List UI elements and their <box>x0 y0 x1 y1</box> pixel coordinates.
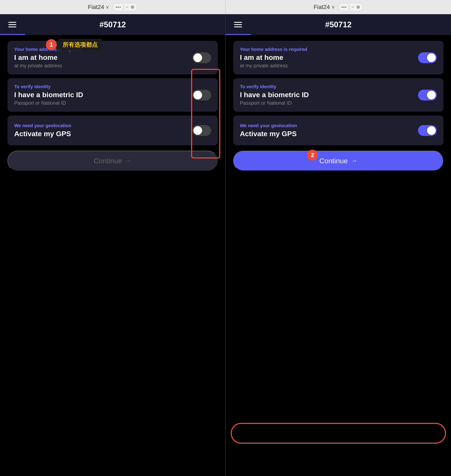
left-card-gps: We need your geolocation Activate my GPS <box>7 116 218 145</box>
left-card1-sub: at my private address <box>14 63 81 68</box>
left-card2-sub: Passport or National ID <box>14 100 83 106</box>
annotation-badge-1: 1 <box>46 39 57 50</box>
toggle-knob <box>427 126 436 135</box>
browser-right-title: Fiat24 ∨ <box>313 4 335 10</box>
right-toggle-gps-switch[interactable] <box>418 125 437 136</box>
browser-left-dots-icon: ••• <box>116 5 121 10</box>
left-continue-button[interactable]: Continue → <box>7 151 218 171</box>
browser-left-half: Fiat24 ∨ ••• − ⊗ <box>0 3 225 11</box>
browser-left-chevron-icon[interactable]: ∨ <box>106 4 109 10</box>
left-toggle-gps-switch[interactable] <box>192 125 211 136</box>
left-toggle-home-address-switch[interactable] <box>192 52 211 63</box>
right-card3-label: We need your geolocation <box>240 123 297 129</box>
red-highlight-continue <box>231 423 446 444</box>
right-card1-sub: at my private address <box>240 63 307 68</box>
browser-right-controls: ••• − ⊗ <box>338 3 363 11</box>
browser-right-dots-icon: ••• <box>341 5 347 10</box>
left-toggle-home-address[interactable] <box>192 52 211 63</box>
left-card2-label: To verify identity <box>14 84 83 89</box>
left-card-biometric: To verify identity I have a biometric ID… <box>7 78 218 112</box>
right-card2-label: To verify identity <box>240 84 309 89</box>
browser-right-minimize-button[interactable]: − <box>351 4 354 10</box>
toggle-knob <box>193 126 202 135</box>
left-page-title: #50712 <box>100 20 126 29</box>
toggle-knob <box>427 53 436 62</box>
right-phone-panel: #50712 2 Your home address is required I… <box>226 14 451 476</box>
left-continue-label: Continue <box>94 157 122 165</box>
right-continue-button[interactable]: Continue → <box>233 151 444 171</box>
right-card-home-address: Your home address is required I am at ho… <box>233 41 444 74</box>
main-content: #50712 1 所有选项都点 Your home address is req… <box>0 14 451 476</box>
right-arrow-icon: → <box>351 157 357 164</box>
right-card-gps: We need your geolocation Activate my GPS <box>233 116 444 145</box>
left-card2-main: I have a biometric ID <box>14 91 83 99</box>
right-toggle-gps[interactable] <box>418 125 437 136</box>
right-toggle-home-address-switch[interactable] <box>418 52 437 63</box>
right-hamburger-menu-button[interactable] <box>234 22 242 27</box>
left-card3-label: We need your geolocation <box>14 123 71 129</box>
toggle-knob <box>427 91 436 99</box>
separator <box>349 5 349 10</box>
browser-left-controls: ••• − ⊗ <box>113 3 137 11</box>
left-phone-panel: #50712 1 所有选项都点 Your home address is req… <box>0 14 225 476</box>
annotation-badge-2: 2 <box>307 150 318 161</box>
left-toggle-gps[interactable] <box>192 125 211 136</box>
browser-left-close-button[interactable]: ⊗ <box>131 4 134 10</box>
left-card-home-address: Your home address is required I am at ho… <box>7 41 218 74</box>
left-hamburger-menu-button[interactable] <box>8 22 16 27</box>
browser-left-title: Fiat24 ∨ <box>88 4 109 10</box>
browser-right-half: Fiat24 ∨ ••• − ⊗ <box>226 3 451 11</box>
left-card3-main: Activate my GPS <box>14 130 71 138</box>
annotation-label-1: 所有选项都点 <box>58 39 102 51</box>
right-panel-body: 2 Your home address is required I am at … <box>226 35 451 476</box>
right-card-biometric: To verify identity I have a biometric ID… <box>233 78 444 112</box>
right-page-title: #50712 <box>325 20 352 29</box>
right-toggle-biometric[interactable] <box>418 90 437 100</box>
right-card2-sub: Passport or National ID <box>240 100 309 106</box>
browser-chrome: Fiat24 ∨ ••• − ⊗ Fiat24 ∨ ••• − ⊗ <box>0 0 451 14</box>
right-continue-label: Continue <box>319 157 348 165</box>
right-card1-main: I am at home <box>240 53 307 62</box>
right-toggle-biometric-switch[interactable] <box>418 90 437 100</box>
browser-right-chevron-icon[interactable]: ∨ <box>332 4 335 10</box>
left-toggle-biometric[interactable] <box>192 90 211 100</box>
browser-left-minimize-button[interactable]: − <box>126 4 129 10</box>
right-app-header: #50712 <box>226 14 451 35</box>
right-card3-main: Activate my GPS <box>240 130 297 138</box>
left-arrow-icon: → <box>125 157 132 164</box>
browser-right-close-button[interactable]: ⊗ <box>356 4 360 10</box>
right-card2-main: I have a biometric ID <box>240 91 309 99</box>
left-app-header: #50712 <box>0 14 225 35</box>
right-card1-label: Your home address is required <box>240 47 307 52</box>
right-toggle-home-address[interactable] <box>418 52 437 63</box>
left-panel-body: 1 所有选项都点 Your home address is required I… <box>0 35 225 476</box>
left-card1-main: I am at home <box>14 53 81 62</box>
separator <box>123 5 124 10</box>
left-toggle-biometric-switch[interactable] <box>192 90 211 100</box>
toggle-knob <box>193 53 202 62</box>
toggle-knob <box>193 91 202 99</box>
